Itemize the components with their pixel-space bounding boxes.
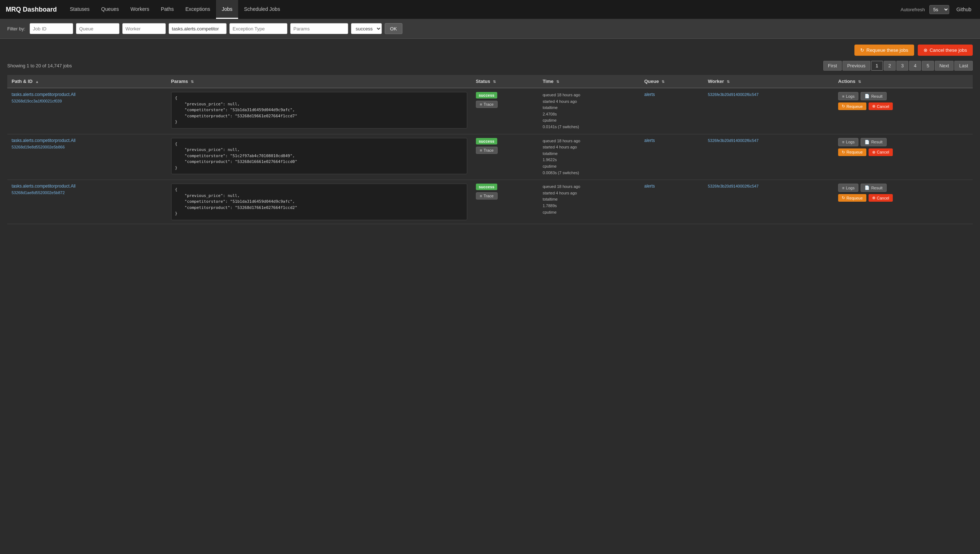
- params-input[interactable]: [290, 23, 348, 34]
- nav-links: Statuses Queues Workers Paths Exceptions…: [64, 0, 901, 19]
- page-prev[interactable]: Previous: [843, 61, 870, 70]
- nav-scheduled-jobs[interactable]: Scheduled Jobs: [238, 0, 286, 19]
- result-button-1[interactable]: 📄 Result: [861, 138, 886, 146]
- cell-status-0: success ≡ Trace: [471, 88, 538, 134]
- job-id-input[interactable]: [30, 23, 73, 34]
- queue-input[interactable]: [76, 23, 119, 34]
- actions-row1-2: ≡ Logs 📄 Result: [838, 184, 969, 192]
- page-first[interactable]: First: [823, 61, 842, 70]
- requeue-button-1[interactable]: ↻ Requeue: [838, 148, 866, 156]
- worker-input[interactable]: [123, 23, 166, 34]
- sort-status-icon[interactable]: ⇅: [493, 80, 496, 84]
- page-last[interactable]: Last: [954, 61, 973, 70]
- path-link-0[interactable]: tasks.alerts.competitorproduct.All: [11, 92, 162, 97]
- logs-icon-1: ≡: [842, 140, 844, 144]
- trace-button-1[interactable]: ≡ Trace: [476, 147, 498, 154]
- job-id-link-1[interactable]: 53268d19e8d5520002e5b866: [11, 145, 65, 149]
- requeue-all-button[interactable]: ↻ Requeue these jobs: [854, 45, 914, 56]
- params-code-0: { "previous_price": null, "competitorsto…: [171, 92, 467, 129]
- nav-queues[interactable]: Queues: [95, 0, 125, 19]
- page-5[interactable]: 5: [922, 61, 934, 70]
- worker-link-0[interactable]: 5326fe3b20d9140002f6c547: [708, 92, 759, 97]
- queue-link-0[interactable]: alerts: [644, 92, 655, 97]
- logs-button-2[interactable]: ≡ Logs: [838, 184, 858, 192]
- col-time: Time ⇅: [538, 75, 640, 88]
- path-input[interactable]: [169, 23, 226, 34]
- status-select[interactable]: success failed queued started cancel: [351, 23, 382, 34]
- requeue-button-0[interactable]: ↻ Requeue: [838, 102, 866, 110]
- cell-status-2: success ≡ Trace: [471, 180, 538, 224]
- actions-cell-0: ≡ Logs 📄 Result ↻ Requeue ⊗ Cancel: [838, 92, 969, 110]
- job-id-link-0[interactable]: 53268d19cc3a1f00021cf039: [11, 99, 62, 103]
- nav-exceptions[interactable]: Exceptions: [180, 0, 216, 19]
- cancel-button-2[interactable]: ⊗ Cancel: [869, 194, 893, 202]
- status-badge-2: success: [476, 184, 497, 190]
- cancel-icon: ⊗: [924, 48, 928, 53]
- exception-type-input[interactable]: [229, 23, 287, 34]
- trace-button-0[interactable]: ≡ Trace: [476, 101, 498, 108]
- autorefresh-select[interactable]: 5s 10s 30s Off: [929, 5, 949, 14]
- logs-icon-0: ≡: [842, 94, 844, 99]
- cell-actions-1: ≡ Logs 📄 Result ↻ Requeue ⊗ Cancel: [834, 134, 973, 180]
- trace-button-2[interactable]: ≡ Trace: [476, 192, 498, 200]
- nav-paths[interactable]: Paths: [155, 0, 180, 19]
- trace-icon-1: ≡: [480, 148, 482, 152]
- content-area: ↻ Requeue these jobs ⊗ Cancel these jobs…: [0, 39, 980, 230]
- nav-right: Autorefresh 5s 10s 30s Off Github: [901, 5, 974, 14]
- requeue-row-icon-0: ↻: [842, 104, 845, 109]
- navbar: MRQ Dashboard Statuses Queues Workers Pa…: [0, 0, 980, 19]
- github-link[interactable]: Github: [954, 5, 974, 14]
- logs-button-0[interactable]: ≡ Logs: [838, 92, 858, 100]
- queue-link-2[interactable]: alerts: [644, 184, 655, 188]
- requeue-row-icon-2: ↻: [842, 196, 845, 200]
- table-head: Path & ID ▲ Params ⇅ Status ⇅ Time ⇅ Que…: [7, 75, 973, 88]
- col-worker: Worker ⇅: [703, 75, 834, 88]
- worker-link-1[interactable]: 5326fe3b20d9140002f6c547: [708, 138, 759, 143]
- col-params: Params ⇅: [167, 75, 471, 88]
- page-next[interactable]: Next: [935, 61, 954, 70]
- path-link-2[interactable]: tasks.alerts.competitorproduct.All: [11, 184, 162, 188]
- logs-icon-2: ≡: [842, 186, 844, 190]
- actions-row2-0: ↻ Requeue ⊗ Cancel: [838, 102, 969, 110]
- requeue-button-2[interactable]: ↻ Requeue: [838, 194, 866, 202]
- sort-path-icon[interactable]: ▲: [35, 80, 39, 84]
- cell-worker-1: 5326fe3b20d9140002f6c547: [703, 134, 834, 180]
- table-header-row: Showing 1 to 20 of 14,747 jobs First Pre…: [7, 61, 973, 70]
- params-code-1: { "previous_price": null, "competitorsto…: [171, 138, 467, 174]
- cell-worker-2: 5326fe3b20d9140002f6c547: [703, 180, 834, 224]
- job-id-link-2[interactable]: 53268d1ae8d5520002e5b872: [11, 190, 65, 195]
- table-body: tasks.alerts.competitorproduct.All 53268…: [7, 88, 973, 224]
- page-3[interactable]: 3: [896, 61, 908, 70]
- queue-link-1[interactable]: alerts: [644, 138, 655, 143]
- actions-row2-1: ↻ Requeue ⊗ Cancel: [838, 148, 969, 156]
- sort-worker-icon[interactable]: ⇅: [727, 80, 730, 84]
- nav-statuses[interactable]: Statuses: [64, 0, 95, 19]
- page-4[interactable]: 4: [909, 61, 921, 70]
- actions-row2-2: ↻ Requeue ⊗ Cancel: [838, 194, 969, 202]
- col-queue: Queue ⇅: [640, 75, 703, 88]
- sort-actions-icon[interactable]: ⇅: [858, 80, 861, 84]
- page-2[interactable]: 2: [884, 61, 896, 70]
- result-icon-0: 📄: [865, 94, 870, 99]
- result-button-0[interactable]: 📄 Result: [861, 92, 886, 100]
- action-row: ↻ Requeue these jobs ⊗ Cancel these jobs: [7, 45, 973, 56]
- logs-button-1[interactable]: ≡ Logs: [838, 138, 858, 146]
- cell-time-0: queued 18 hours ago started 4 hours ago …: [538, 88, 640, 134]
- sort-params-icon[interactable]: ⇅: [191, 80, 194, 84]
- filter-ok-button[interactable]: OK: [385, 23, 402, 34]
- worker-link-2[interactable]: 5326fe3b20d9140002f6c547: [708, 184, 759, 188]
- nav-workers[interactable]: Workers: [125, 0, 155, 19]
- brand: MRQ Dashboard: [6, 6, 57, 13]
- cell-queue-1: alerts: [640, 134, 703, 180]
- path-link-1[interactable]: tasks.alerts.competitorproduct.All: [11, 138, 162, 143]
- result-button-2[interactable]: 📄 Result: [861, 184, 886, 192]
- cancel-button-0[interactable]: ⊗ Cancel: [869, 102, 893, 110]
- cancel-button-1[interactable]: ⊗ Cancel: [869, 148, 893, 156]
- col-status: Status ⇅: [471, 75, 538, 88]
- page-1[interactable]: 1: [871, 61, 883, 70]
- status-badge-0: success: [476, 92, 497, 99]
- sort-time-icon[interactable]: ⇅: [556, 80, 559, 84]
- cancel-all-button[interactable]: ⊗ Cancel these jobs: [918, 45, 973, 56]
- nav-jobs[interactable]: Jobs: [216, 0, 239, 19]
- sort-queue-icon[interactable]: ⇅: [662, 80, 665, 84]
